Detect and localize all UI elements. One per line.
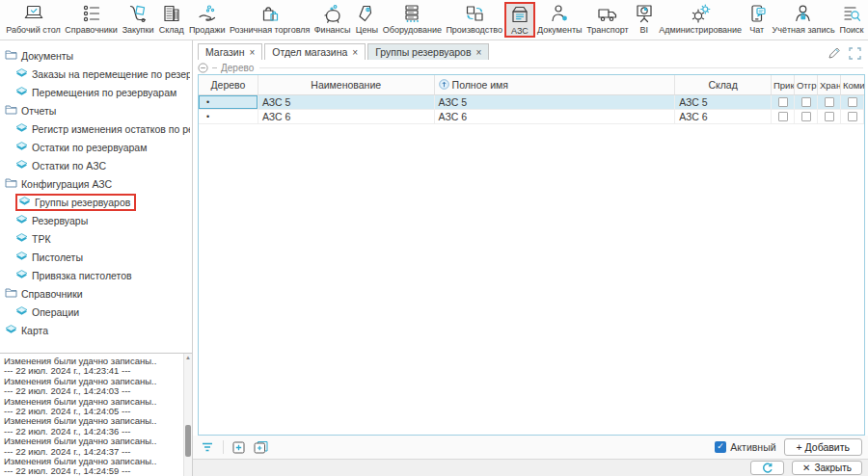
edit-pencil-icon[interactable] — [827, 46, 841, 60]
checkbox-hranenie[interactable] — [825, 97, 834, 107]
bi-icon — [634, 3, 655, 24]
toolbar-item-retail[interactable]: Розничная торговля — [228, 2, 312, 36]
checkbox-otgruzka[interactable] — [801, 97, 811, 107]
column-header-warehouse[interactable]: Склад — [675, 75, 772, 94]
prices-icon — [356, 3, 377, 24]
checkbox-komissiya[interactable] — [848, 112, 857, 121]
diamond-icon — [15, 68, 28, 80]
sidebar-item-operacii[interactable]: Операции — [4, 303, 190, 321]
log-scrollbar[interactable]: ▲ — [183, 354, 192, 476]
checkbox-prihod[interactable] — [778, 97, 788, 107]
table-row[interactable]: • АЗС 6 АЗС 6 АЗС 6 — [199, 110, 864, 124]
toolbar-item-catalogs[interactable]: Справочники — [63, 2, 120, 36]
toolbar-item-label: Цены — [356, 25, 378, 35]
sidebar-item-gruppy-rezervuarov[interactable]: Группы резервуаров — [4, 193, 190, 211]
checkbox-prihod[interactable] — [778, 112, 788, 121]
toolbar-item-transport[interactable]: Транспорт — [584, 2, 631, 36]
toolbar-item-label: Финансы — [314, 25, 351, 35]
expand-fullscreen-icon[interactable] — [849, 47, 861, 60]
search-icon — [841, 3, 862, 24]
active-checkbox[interactable]: Активный — [715, 441, 775, 453]
cell-full-name[interactable]: АЗС 5 — [435, 95, 676, 109]
sidebar-item-konfiguraciya-azs[interactable]: Конфигурация АЗС — [4, 174, 190, 193]
sidebar-item-registr-izmeneniya[interactable]: Регистр изменения остатков по резервуара… — [4, 119, 190, 138]
filter-icon[interactable] — [201, 441, 214, 453]
scrollbar-thumb[interactable] — [185, 425, 191, 457]
sidebar-item-spravochniki[interactable]: Справочники — [4, 284, 190, 303]
tab-magazin[interactable]: Магазин × — [198, 43, 262, 60]
checkbox-otgruzka[interactable] — [801, 112, 811, 121]
tab-close-icon[interactable]: × — [476, 47, 482, 58]
toolbar-item-account[interactable]: Учётная запись — [770, 2, 836, 36]
toolbar-item-procurement[interactable]: Закупки — [120, 2, 156, 36]
tab-close-icon[interactable]: × — [352, 47, 358, 58]
sidebar-item-ostatki-azs[interactable]: Остатки по АЗС — [4, 156, 190, 174]
tree-label: Операции — [32, 306, 79, 318]
sidebar-item-privyazka-pistoletov[interactable]: Привязка пистолетов — [4, 266, 190, 284]
checked-checkbox-icon[interactable] — [715, 441, 726, 453]
toolbar-item-bi[interactable]: BI — [631, 2, 657, 36]
add-button[interactable]: + Добавить — [784, 438, 862, 456]
cell-name[interactable]: АЗС 6 — [258, 110, 435, 123]
column-header-prihod[interactable]: Прик — [772, 75, 795, 94]
toolbar-item-chat[interactable]: Чат — [744, 2, 770, 36]
finance-icon — [322, 3, 343, 24]
toolbar-item-warehouse[interactable]: Склад — [156, 2, 186, 36]
toolbar-item-prices[interactable]: Цены — [353, 2, 381, 36]
cell-full-name[interactable]: АЗС 6 — [435, 110, 676, 123]
add-item-icon[interactable] — [232, 441, 245, 454]
checkbox-hranenie[interactable] — [825, 112, 834, 121]
tab-close-icon[interactable]: × — [250, 47, 256, 58]
toolbar-item-label: Склад — [159, 25, 184, 35]
column-header-komissiya[interactable]: Коми — [841, 75, 864, 94]
toolbar-item-administration[interactable]: Администрирование — [657, 2, 744, 36]
tab-label: Магазин — [205, 46, 245, 58]
sidebar-item-zakazy-peremeshchenie[interactable]: Заказы на перемещение по резервуарам — [4, 65, 190, 83]
diamond-icon — [18, 197, 31, 208]
sidebar-item-otchety[interactable]: Отчеты — [4, 101, 190, 119]
column-header-name[interactable]: Наименование — [258, 75, 435, 94]
diamond-icon — [15, 87, 28, 98]
collapse-minus-icon[interactable] — [198, 63, 208, 73]
toolbar-item-finance[interactable]: Финансы — [312, 2, 353, 36]
checkbox-komissiya[interactable] — [848, 97, 857, 107]
add-group-icon[interactable] — [254, 440, 268, 454]
toolbar-item-label: Чат — [749, 25, 764, 35]
tab-otdel-magazina[interactable]: Отдел магазина × — [264, 43, 366, 60]
sidebar-item-karta[interactable]: Карта — [4, 321, 190, 339]
active-checkbox-label: Активный — [730, 441, 775, 453]
diamond-icon — [15, 142, 28, 153]
cell-name[interactable]: АЗС 5 — [258, 95, 435, 109]
sidebar-item-pistolety[interactable]: Пистолеты — [4, 248, 190, 266]
toolbar-item-label: АЗС — [511, 26, 529, 36]
sidebar-item-rezervuary[interactable]: Резервуары — [4, 211, 190, 229]
toolbar-item-sales[interactable]: Продажи — [186, 2, 228, 36]
window-statusbar: ✕Закрыть — [193, 459, 868, 476]
cell-warehouse[interactable]: АЗС 5 — [675, 95, 772, 109]
sidebar-item-peremeshcheniya[interactable]: Перемещения по резервуарам — [4, 83, 190, 101]
toolbar-item-equipment[interactable]: Оборудование — [381, 2, 445, 36]
toolbar-item-production[interactable]: Производство — [444, 2, 504, 36]
toolbar-item-documents[interactable]: Документы — [535, 2, 584, 36]
toolbar-item-desktop[interactable]: Рабочий стол — [4, 2, 63, 36]
toolbar-item-fuel-station[interactable]: АЗС — [504, 2, 534, 38]
cell-warehouse[interactable]: АЗС 6 — [675, 110, 772, 123]
tree-label: Конфигурация АЗС — [21, 178, 112, 190]
toolbar-item-search[interactable]: Поиск — [837, 2, 866, 36]
toolbar-item-label: Транспорт — [586, 25, 628, 35]
column-header-tree[interactable]: Дерево — [199, 75, 258, 94]
equipment-icon — [401, 3, 422, 24]
refresh-button[interactable] — [750, 461, 784, 475]
scroll-up-icon[interactable]: ▲ — [184, 354, 192, 361]
tab-gruppy-rezervuarov[interactable]: Группы резервуаров × — [367, 43, 489, 60]
table-row[interactable]: • АЗС 5 АЗС 5 АЗС 5 — [199, 95, 864, 110]
column-header-otgruzka[interactable]: Отгр — [795, 75, 818, 94]
sidebar-item-trk[interactable]: ТРК — [4, 229, 190, 248]
tree-group-label: Дерево — [221, 63, 254, 73]
column-header-full-name[interactable]: Полное имя — [435, 75, 676, 94]
sidebar-item-dokumenty[interactable]: Документы — [4, 46, 190, 65]
sidebar-item-ostatki-rezervuaram[interactable]: Остатки по резервуарам — [4, 138, 190, 156]
close-button[interactable]: ✕Закрыть — [792, 461, 862, 475]
administration-icon — [690, 3, 711, 24]
column-header-hranenie[interactable]: Хран — [818, 75, 841, 94]
